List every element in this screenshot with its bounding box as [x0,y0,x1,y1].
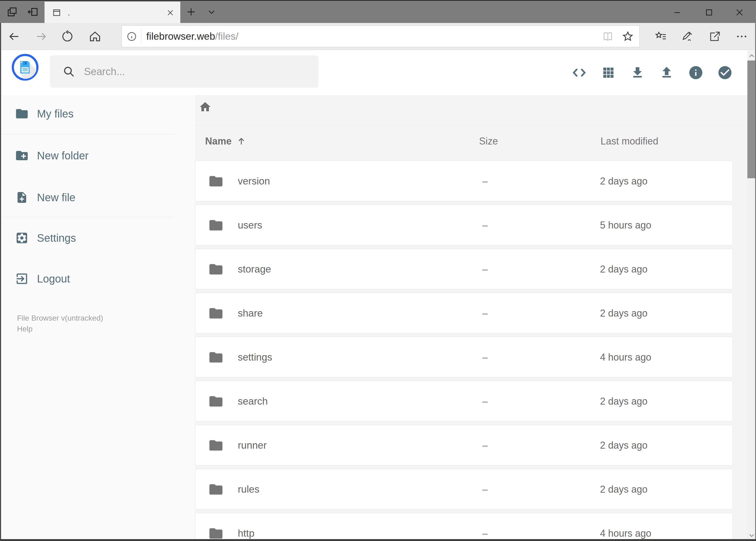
file-modified: 2 days ago [600,484,647,495]
site-info-icon[interactable] [126,31,137,42]
scroll-down-icon[interactable] [747,531,756,540]
file-size: – [482,220,488,231]
more-options-icon[interactable] [732,23,751,50]
sidebar-item-settings[interactable]: Settings [0,226,195,251]
file-row[interactable]: settings – 4 hours ago [195,337,732,377]
file-name: users [238,220,262,231]
tab-close-icon[interactable] [166,9,174,17]
url-host: filebrowser.web [146,31,215,42]
breadcrumb-home-icon[interactable] [199,101,212,114]
file-size: – [482,396,488,407]
file-modified: 2 days ago [600,396,647,407]
sort-ascending-icon [236,136,246,146]
browser-tab[interactable]: . [45,2,180,24]
tab-preview-icon[interactable] [4,1,20,23]
file-modified: 2 days ago [600,307,647,319]
address-bar[interactable]: filebrowser.web/files/ [122,25,640,47]
file-row[interactable]: users – 5 hours ago [195,205,732,245]
column-header-size[interactable]: Size [479,136,498,147]
share-icon[interactable] [705,23,724,50]
sidebar-item-my-files[interactable]: My files [0,101,195,126]
file-name: http [238,528,255,539]
file-row[interactable]: share – 2 days ago [195,293,732,333]
folder-icon [208,349,224,365]
sidebar-item-logout[interactable]: Logout [0,266,195,291]
folder-icon [208,437,224,453]
browser-titlebar: . [0,0,756,23]
column-header-name[interactable]: Name [205,136,246,147]
sidebar-divider [3,134,174,135]
scrollbar-thumb[interactable] [747,61,756,178]
file-name: rules [238,484,259,495]
file-row[interactable]: version – 2 days ago [195,161,732,201]
favorites-hub-icon[interactable] [651,23,671,50]
set-tabs-aside-icon[interactable] [25,1,41,23]
download-icon[interactable] [626,50,649,95]
raw-code-icon[interactable] [568,50,591,95]
sidebar-item-label: New file [37,192,75,204]
folder-icon [15,107,29,121]
url-text: filebrowser.web/files/ [146,31,238,42]
file-size: – [482,484,488,495]
file-name: runner [238,440,267,451]
page-scrollbar[interactable] [747,50,756,541]
forward-icon[interactable] [32,23,51,50]
upload-icon[interactable] [655,50,678,95]
sidebar-footer: File Browser v(untracked) Help [17,313,103,334]
refresh-icon[interactable] [58,23,78,50]
file-row[interactable]: runner – 2 days ago [195,425,732,465]
folder-icon [208,305,224,321]
file-size: – [482,440,488,451]
sidebar-item-label: My files [37,108,74,120]
logout-icon [15,272,29,286]
select-check-icon[interactable] [714,50,736,95]
search-bar[interactable] [50,55,319,88]
folder-icon [208,262,224,277]
grid-view-icon[interactable] [597,50,620,95]
column-header-modified[interactable]: Last modified [601,136,658,147]
file-rows: version – 2 days ago users – 5 hours ago [195,161,732,541]
file-modified: 5 hours ago [600,220,651,231]
file-row[interactable]: storage – 2 days ago [195,249,732,289]
folder-icon [208,218,224,233]
file-listing: Name Size Last modified version – [195,95,747,541]
new-tab-icon[interactable] [182,1,200,23]
minimize-button[interactable] [666,2,689,23]
file-row[interactable]: http – 4 hours ago [195,513,732,541]
file-modified: 2 days ago [600,176,647,187]
file-size: – [482,352,488,363]
browser-navbar: filebrowser.web/files/ [0,23,756,50]
file-size: – [482,176,488,187]
favorite-star-icon[interactable] [622,30,634,43]
file-size: – [482,528,488,539]
close-window-button[interactable] [728,2,751,23]
search-input[interactable] [84,66,300,78]
sidebar-item-label: New folder [37,150,89,162]
tab-title: . [68,8,166,17]
scroll-up-icon[interactable] [747,51,756,61]
sidebar-divider [3,217,174,217]
url-path: /files/ [215,31,238,42]
filebrowser-logo[interactable] [12,54,39,81]
home-icon[interactable] [85,23,105,50]
back-icon[interactable] [4,23,24,50]
help-link[interactable]: Help [17,323,103,334]
tab-page-icon [52,8,61,17]
file-row[interactable]: rules – 2 days ago [195,469,732,509]
new-file-icon [15,191,29,204]
tab-list-chevron-icon[interactable] [203,1,220,23]
reading-view-icon[interactable] [602,30,614,43]
maximize-button[interactable] [697,2,721,23]
sidebar-item-new-folder[interactable]: New folder [0,143,195,168]
sidebar-item-label: Logout [37,273,70,285]
search-icon [62,65,75,78]
file-row[interactable]: search – 2 days ago [195,381,732,421]
window-border-left [0,23,1,541]
file-modified: 4 hours ago [600,352,651,363]
info-icon[interactable] [684,50,707,95]
sidebar-item-new-file[interactable]: New file [0,185,195,210]
file-name: share [238,307,263,319]
ink-annotate-icon[interactable] [678,23,697,50]
sidebar-item-label: Settings [37,232,76,244]
file-modified: 2 days ago [600,264,647,275]
